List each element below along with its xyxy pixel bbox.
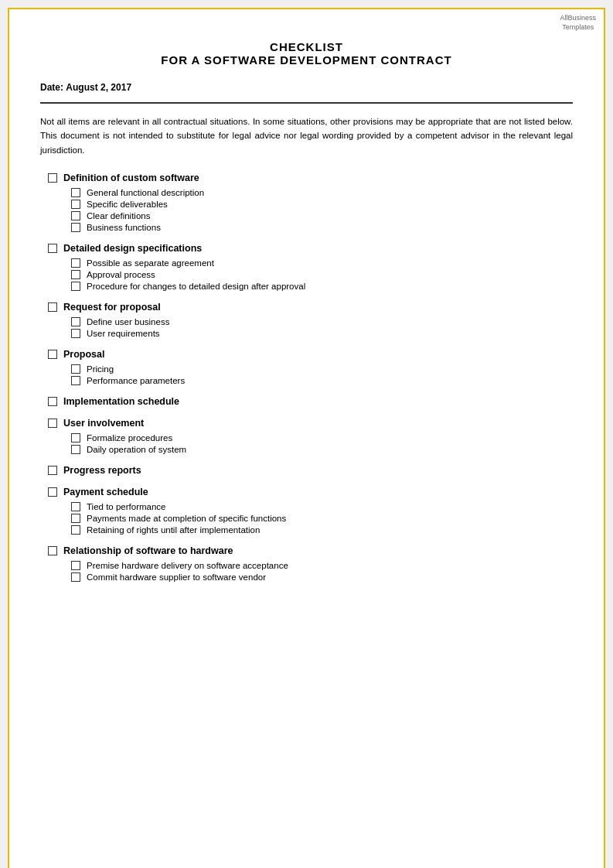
list-item: Define user business <box>71 317 573 326</box>
sub-label-0-3: Business functions <box>87 223 161 232</box>
watermark: AllBusiness Templates <box>560 14 596 32</box>
date-value: August 2, 2017 <box>66 82 131 93</box>
sub-items-3: PricingPerformance parameters <box>48 364 573 385</box>
sub-checkbox-0-0[interactable] <box>71 188 80 197</box>
section-label-3: Proposal <box>63 349 105 360</box>
section-label-7: Payment schedule <box>63 487 148 497</box>
section-checkbox-0[interactable] <box>48 173 57 183</box>
watermark-line1: AllBusiness <box>560 14 596 22</box>
list-item: Premise hardware delivery on software ac… <box>71 561 573 570</box>
section-header-5: User involvement <box>48 418 573 429</box>
sub-checkbox-3-1[interactable] <box>71 376 80 385</box>
section-header-7: Payment schedule <box>48 487 573 497</box>
date-line: Date: August 2, 2017 <box>40 82 573 93</box>
section-checkbox-2[interactable] <box>48 302 57 312</box>
sub-items-8: Premise hardware delivery on software ac… <box>48 561 573 582</box>
watermark-line2: Templates <box>562 23 594 31</box>
list-item: Commit hardware supplier to software ven… <box>71 572 573 582</box>
sub-items-5: Formalize proceduresDaily operation of s… <box>48 433 573 454</box>
section-label-2: Request for proposal <box>63 302 161 313</box>
list-item: Performance parameters <box>71 376 573 385</box>
sub-checkbox-1-0[interactable] <box>71 258 80 268</box>
sub-label-8-1: Commit hardware supplier to software ven… <box>87 572 266 582</box>
section-label-0: Definition of custom software <box>63 173 199 183</box>
section-checkbox-8[interactable] <box>48 546 57 555</box>
sub-items-7: Tied to performancePayments made at comp… <box>48 502 573 535</box>
section-checkbox-3[interactable] <box>48 350 57 359</box>
section-checkbox-6[interactable] <box>48 466 57 475</box>
sub-checkbox-2-0[interactable] <box>71 317 80 326</box>
sub-label-7-1: Payments made at completion of specific … <box>87 514 286 523</box>
sub-label-5-1: Daily operation of system <box>87 445 186 454</box>
section-6: Progress reports <box>48 465 573 476</box>
sub-checkbox-2-1[interactable] <box>71 329 80 338</box>
list-item: Business functions <box>71 223 573 232</box>
intro-text: Not all items are relevant in all contra… <box>40 114 573 157</box>
sub-checkbox-5-1[interactable] <box>71 445 80 454</box>
sub-label-0-2: Clear definitions <box>87 211 150 220</box>
title-line1: CHECKLIST <box>40 40 573 53</box>
section-label-4: Implementation schedule <box>63 396 179 407</box>
sub-label-1-2: Procedure for changes to detailed design… <box>87 282 305 291</box>
sub-checkbox-7-1[interactable] <box>71 514 80 523</box>
section-header-1: Detailed design specifications <box>48 243 573 254</box>
sub-label-7-0: Tied to performance <box>87 502 165 511</box>
sub-label-0-0: General functional description <box>87 188 204 197</box>
section-checkbox-5[interactable] <box>48 419 57 428</box>
section-8: Relationship of software to hardwarePrem… <box>48 545 573 582</box>
section-5: User involvementFormalize proceduresDail… <box>48 418 573 454</box>
section-label-6: Progress reports <box>63 465 141 476</box>
sub-items-1: Possible as separate agreementApproval p… <box>48 258 573 291</box>
section-checkbox-7[interactable] <box>48 487 57 497</box>
page: AllBusiness Templates CHECKLIST FOR A SO… <box>8 8 605 868</box>
title-line2: FOR A SOFTWARE DEVELOPMENT CONTRACT <box>40 53 573 67</box>
list-item: User requirements <box>71 329 573 338</box>
sub-label-2-1: User requirements <box>87 329 160 338</box>
section-header-3: Proposal <box>48 349 573 360</box>
list-item: Retaining of rights until after implemen… <box>71 525 573 535</box>
list-item: Formalize procedures <box>71 433 573 443</box>
section-header-6: Progress reports <box>48 465 573 476</box>
sub-checkbox-5-0[interactable] <box>71 433 80 443</box>
sub-checkbox-1-1[interactable] <box>71 270 80 279</box>
list-item: Specific deliverables <box>71 200 573 209</box>
sub-checkbox-0-1[interactable] <box>71 200 80 209</box>
date-label: Date: <box>40 82 63 93</box>
list-item: General functional description <box>71 188 573 197</box>
sub-label-8-0: Premise hardware delivery on software ac… <box>87 561 288 570</box>
sub-checkbox-7-0[interactable] <box>71 502 80 511</box>
sub-checkbox-3-0[interactable] <box>71 364 80 374</box>
sub-checkbox-0-3[interactable] <box>71 223 80 232</box>
section-4: Implementation schedule <box>48 396 573 407</box>
list-item: Procedure for changes to detailed design… <box>71 282 573 291</box>
section-header-0: Definition of custom software <box>48 173 573 183</box>
list-item: Daily operation of system <box>71 445 573 454</box>
section-header-8: Relationship of software to hardware <box>48 545 573 556</box>
sub-label-2-0: Define user business <box>87 317 169 326</box>
sub-checkbox-7-2[interactable] <box>71 525 80 535</box>
sub-label-5-0: Formalize procedures <box>87 433 172 443</box>
sub-checkbox-8-1[interactable] <box>71 572 80 582</box>
section-checkbox-1[interactable] <box>48 244 57 253</box>
list-item: Clear definitions <box>71 211 573 220</box>
section-header-2: Request for proposal <box>48 302 573 313</box>
sub-items-0: General functional descriptionSpecific d… <box>48 188 573 232</box>
section-label-5: User involvement <box>63 418 144 429</box>
sub-checkbox-8-0[interactable] <box>71 561 80 570</box>
sub-label-1-1: Approval process <box>87 270 155 279</box>
sub-label-0-1: Specific deliverables <box>87 200 168 209</box>
section-0: Definition of custom softwareGeneral fun… <box>48 173 573 232</box>
checklist: Definition of custom softwareGeneral fun… <box>40 173 573 582</box>
sub-label-3-0: Pricing <box>87 364 114 374</box>
sub-checkbox-1-2[interactable] <box>71 282 80 291</box>
list-item: Tied to performance <box>71 502 573 511</box>
list-item: Approval process <box>71 270 573 279</box>
section-checkbox-4[interactable] <box>48 397 57 406</box>
sub-checkbox-0-2[interactable] <box>71 211 80 220</box>
section-label-1: Detailed design specifications <box>63 243 202 254</box>
section-3: ProposalPricingPerformance parameters <box>48 349 573 385</box>
section-2: Request for proposalDefine user business… <box>48 302 573 338</box>
section-label-8: Relationship of software to hardware <box>63 545 233 556</box>
sub-label-3-1: Performance parameters <box>87 376 185 385</box>
document-header: CHECKLIST FOR A SOFTWARE DEVELOPMENT CON… <box>40 40 573 67</box>
